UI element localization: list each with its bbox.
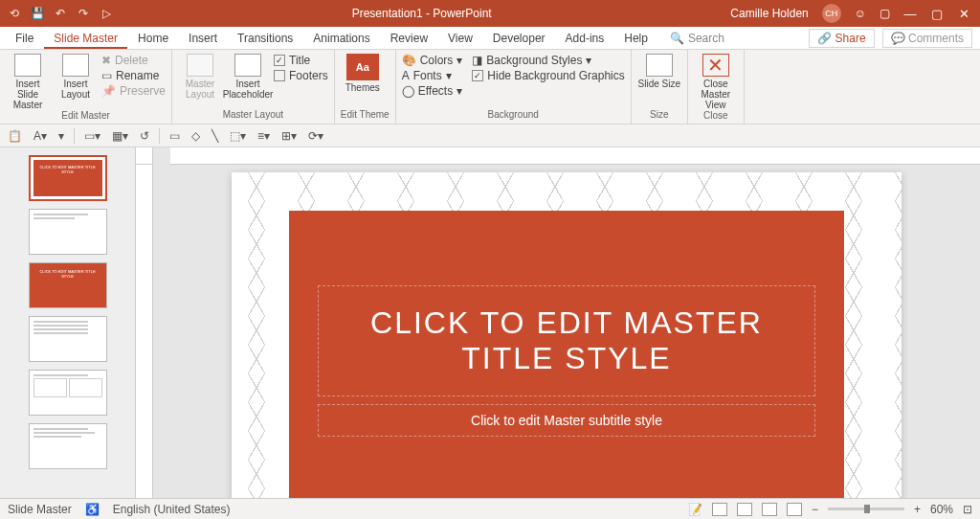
fit-to-window-button[interactable]: ⊡ [963, 503, 972, 516]
layout-icon[interactable]: ▦▾ [110, 129, 130, 143]
tab-transitions[interactable]: Transitions [228, 28, 302, 49]
main-area: CLICK TO EDIT MASTER TITLE STYLE CLICK T… [0, 147, 980, 498]
group-label-edit-theme: Edit Theme [341, 109, 390, 122]
master-layout-button: Master Layout [178, 52, 222, 100]
search-box[interactable]: 🔍 Search [670, 28, 724, 49]
tab-help[interactable]: Help [614, 28, 657, 49]
minimize-button[interactable]: — [903, 7, 917, 21]
themes-button[interactable]: Aa Themes [341, 52, 385, 93]
delete-icon: ✖ [101, 54, 111, 67]
quick-access-toolbar: ⟲ 💾 ↶ ↷ ▷ [0, 7, 113, 20]
user-name[interactable]: Camille Holden [730, 7, 808, 20]
tab-addins[interactable]: Add-ins [556, 28, 614, 49]
line-icon[interactable]: ╲ [210, 129, 220, 143]
undo-icon[interactable]: ↶ [54, 7, 67, 20]
tab-review[interactable]: Review [381, 28, 437, 49]
group-master-layout: Master Layout Insert Placeholder ✓Title … [172, 50, 335, 124]
thumbnail-layout-3[interactable] [29, 316, 107, 362]
tab-insert[interactable]: Insert [179, 28, 227, 49]
zoom-slider[interactable] [828, 508, 904, 510]
align-icon[interactable]: ≡▾ [256, 129, 272, 143]
face-icon[interactable]: ☺ [855, 7, 866, 20]
paste-icon[interactable]: 📋 [6, 129, 24, 143]
slide-sorter-button[interactable] [737, 503, 752, 516]
thumbnail-layout-5[interactable] [29, 423, 107, 469]
effects-button[interactable]: ◯Effects ▾ [402, 84, 463, 98]
group-label-close: Close [694, 110, 738, 123]
title-checkbox[interactable]: ✓Title [274, 54, 328, 67]
thumbnail-master[interactable]: CLICK TO EDIT MASTER TITLE STYLE [29, 155, 107, 201]
vertical-ruler [136, 165, 153, 498]
slide-thumbnails-pane[interactable]: CLICK TO EDIT MASTER TITLE STYLE CLICK T… [0, 147, 136, 498]
slide-size-icon [646, 54, 673, 77]
fonts-icon: A [402, 69, 410, 82]
accessibility-icon[interactable]: ♿ [85, 503, 100, 516]
shapes-icon[interactable]: ◇ [189, 129, 202, 143]
tab-file[interactable]: File [6, 28, 43, 49]
normal-view-button[interactable] [712, 503, 727, 516]
highlight-icon[interactable]: ▾ [56, 129, 66, 143]
search-placeholder: Search [688, 32, 724, 45]
arrange-icon[interactable]: ⬚▾ [228, 129, 248, 143]
share-button[interactable]: 🔗 Share [809, 29, 874, 48]
master-layout-icon [187, 54, 213, 77]
comments-button[interactable]: 💬 Comments [882, 29, 972, 48]
tab-view[interactable]: View [438, 28, 482, 49]
status-language[interactable]: English (United States) [113, 503, 231, 516]
group-edit-master: Insert Slide Master Insert Layout ✖Delet… [0, 50, 172, 124]
thumbnail-layout-1[interactable] [29, 209, 107, 255]
tab-developer[interactable]: Developer [483, 28, 555, 49]
autosave-icon[interactable]: ⟲ [8, 7, 21, 20]
text-box-icon[interactable]: ▭ [167, 129, 182, 143]
new-slide-icon[interactable]: ▭▾ [82, 129, 102, 143]
themes-icon: Aa [346, 54, 379, 80]
font-color-icon[interactable]: A▾ [32, 129, 49, 143]
slide-size-button[interactable]: Slide Size [637, 52, 681, 89]
insert-slide-master-button[interactable]: Insert Slide Master [6, 52, 50, 110]
delete-button: ✖Delete [101, 54, 166, 67]
zoom-in-button[interactable]: + [914, 503, 921, 516]
group-icon[interactable]: ⊞▾ [279, 129, 299, 143]
tab-slide-master[interactable]: Slide Master [44, 28, 127, 49]
zoom-out-button[interactable]: − [812, 503, 818, 516]
footers-checkbox[interactable]: Footers [274, 69, 328, 82]
notes-button[interactable]: 📝 [688, 503, 702, 516]
background-styles-button[interactable]: ◨Background Styles ▾ [472, 54, 624, 67]
rename-button[interactable]: ▭Rename [101, 69, 166, 82]
title-bar: ⟲ 💾 ↶ ↷ ▷ Presentation1 - PowerPoint Cam… [0, 0, 980, 27]
fonts-button[interactable]: AFonts ▾ [402, 69, 463, 82]
search-icon: 🔍 [670, 32, 684, 45]
thumbnail-layout-2[interactable]: CLICK TO EDIT MASTER TITLE STYLE [29, 262, 107, 308]
insert-layout-button[interactable]: Insert Layout [54, 52, 98, 100]
effects-icon: ◯ [402, 84, 414, 98]
hide-bg-checkbox[interactable]: ✓Hide Background Graphics [472, 69, 624, 82]
rotate-icon[interactable]: ⟳▾ [306, 129, 325, 143]
slide-master[interactable]: CLICK TO EDIT MASTER TITLE STYLE Click t… [232, 172, 902, 498]
reset-icon[interactable]: ↺ [138, 129, 151, 143]
close-master-view-button[interactable]: ✕ Close Master View [694, 52, 738, 110]
tab-animations[interactable]: Animations [303, 28, 379, 49]
thumbnail-layout-4[interactable] [29, 370, 107, 416]
zoom-level[interactable]: 60% [930, 503, 953, 516]
tab-home[interactable]: Home [128, 28, 178, 49]
start-from-beginning-icon[interactable]: ▷ [100, 7, 113, 20]
colors-button[interactable]: 🎨Colors ▾ [402, 54, 463, 67]
ribbon: Insert Slide Master Insert Layout ✖Delet… [0, 50, 980, 124]
slide-canvas[interactable]: CLICK TO EDIT MASTER TITLE STYLE Click t… [153, 165, 980, 498]
group-size: Slide Size Size [632, 50, 688, 124]
status-bar: Slide Master ♿ English (United States) 📝… [0, 498, 980, 519]
subtitle-placeholder[interactable]: Click to edit Master subtitle style [318, 404, 815, 437]
quick-toolbar: 📋 A▾ ▾ ▭▾ ▦▾ ↺ ▭ ◇ ╲ ⬚▾ ≡▾ ⊞▾ ⟳▾ [0, 124, 980, 147]
title-placeholder[interactable]: CLICK TO EDIT MASTER TITLE STYLE [318, 285, 815, 396]
reading-view-button[interactable] [762, 503, 777, 516]
group-edit-theme: Aa Themes Edit Theme [335, 50, 396, 124]
redo-icon[interactable]: ↷ [77, 7, 90, 20]
insert-placeholder-button[interactable]: Insert Placeholder [226, 52, 270, 100]
status-view: Slide Master [8, 503, 72, 516]
maximize-button[interactable]: ▢ [930, 7, 944, 21]
slideshow-button[interactable] [787, 503, 802, 516]
close-window-button[interactable]: ✕ [957, 7, 970, 21]
user-avatar[interactable]: CH [822, 4, 841, 23]
save-icon[interactable]: 💾 [31, 7, 44, 20]
ribbon-display-icon[interactable]: ▢ [880, 7, 890, 20]
